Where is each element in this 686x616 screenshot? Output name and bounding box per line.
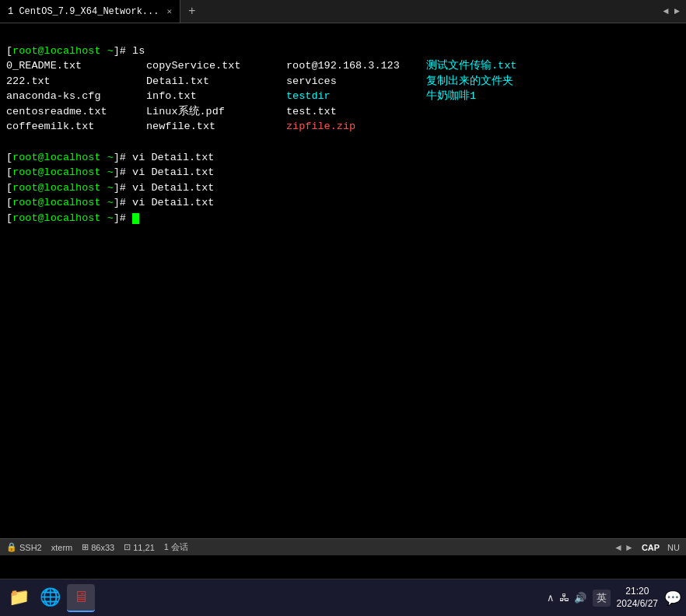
ls-item: copyService.txt bbox=[146, 58, 286, 74]
clock: 21:20 2024/6/27 bbox=[617, 586, 658, 610]
ls-item: services bbox=[286, 74, 426, 89]
taskbar-right: ∧ 🖧 🔊 英 21:20 2024/6/27 💬 bbox=[547, 586, 681, 610]
ls-item: 复制出来的文件夹 bbox=[426, 74, 597, 89]
ssh-label: SSH2 bbox=[19, 543, 42, 552]
position-value: 11,21 bbox=[133, 543, 155, 552]
ls-item: anaconda-ks.cfg bbox=[6, 89, 146, 104]
nav-left-icon[interactable]: ◄ bbox=[614, 542, 623, 553]
position-icon: ⊡ bbox=[124, 542, 131, 552]
clock-time: 21:20 bbox=[617, 586, 658, 598]
app-label: xterm bbox=[51, 543, 73, 552]
ls-item: zipfile.zip bbox=[286, 119, 426, 135]
session-count: 1 会话 bbox=[164, 541, 188, 553]
network-icon[interactable]: 🖧 bbox=[559, 592, 569, 604]
ls-item: 测试文件传输.txt bbox=[426, 58, 597, 74]
file-explorer-icon[interactable]: 📁 bbox=[5, 584, 33, 612]
ls-item bbox=[426, 104, 597, 120]
ls-item: root@192.168.3.123 bbox=[286, 58, 426, 74]
ls-item: Detail.txt bbox=[146, 74, 286, 89]
status-bar-right: ◄ ► CAP NU bbox=[614, 542, 680, 553]
ls-item: test.txt bbox=[286, 104, 426, 120]
ls-item: testdir bbox=[286, 89, 426, 104]
clock-date: 2024/6/27 bbox=[617, 598, 658, 611]
language-indicator[interactable]: 英 bbox=[593, 590, 611, 607]
nav-arrows[interactable]: ◄ ► bbox=[663, 6, 680, 17]
dimensions-value: 86x33 bbox=[91, 543, 114, 552]
terminal-dimensions: ⊞ 86x33 bbox=[82, 542, 114, 552]
system-tray: ∧ 🖧 🔊 bbox=[547, 592, 586, 604]
dimensions-icon: ⊞ bbox=[82, 542, 89, 552]
xterm-label: xterm bbox=[51, 543, 73, 552]
ls-item: 0_README.txt bbox=[6, 58, 146, 74]
notification-icon[interactable]: 💬 bbox=[664, 590, 681, 607]
ls-output: 0_README.txt copyService.txt root@192.16… bbox=[6, 58, 680, 135]
status-nav[interactable]: ◄ ► bbox=[614, 542, 634, 553]
window-nav: ◄ ► bbox=[663, 6, 680, 17]
edge-browser-icon[interactable]: 🌐 bbox=[36, 584, 64, 612]
ls-item: Linux系统.pdf bbox=[146, 104, 286, 120]
terminal-cursor bbox=[132, 213, 139, 224]
cursor-position: ⊡ 11,21 bbox=[124, 542, 155, 552]
ls-item bbox=[426, 119, 597, 135]
ls-item: info.txt bbox=[146, 89, 286, 104]
sessions-value: 1 会话 bbox=[164, 541, 188, 553]
add-tab-button[interactable]: + bbox=[180, 0, 204, 23]
terminal-tab[interactable]: 1 CentOS_7.9_X64_Network... ✕ bbox=[0, 0, 180, 23]
ssh-indicator: 🔒 SSH2 bbox=[6, 542, 42, 552]
tray-chevron[interactable]: ∧ bbox=[547, 592, 555, 604]
title-bar: 1 CentOS_7.9_X64_Network... ✕ + ◄ ► bbox=[0, 0, 686, 23]
ls-item: newfile.txt bbox=[146, 119, 286, 135]
ls-item: centosreadme.txt bbox=[6, 104, 146, 120]
ls-item: 牛奶咖啡1 bbox=[426, 89, 597, 104]
volume-icon[interactable]: 🔊 bbox=[574, 592, 586, 604]
nav-right-icon[interactable]: ► bbox=[625, 542, 634, 553]
cap-indicator: CAP bbox=[642, 543, 660, 552]
lock-icon: 🔒 bbox=[6, 542, 17, 552]
terminal-area[interactable]: [root@localhost ~]# ls 0_README.txt copy… bbox=[0, 23, 686, 538]
xshell-taskbar-icon[interactable]: 🖥 bbox=[67, 584, 95, 612]
taskbar: 📁 🌐 🖥 ∧ 🖧 🔊 英 21:20 2024/6/27 💬 bbox=[0, 579, 686, 616]
tab-close-button[interactable]: ✕ bbox=[166, 6, 172, 16]
nu-indicator: NU bbox=[667, 543, 680, 552]
ls-item: 222.txt bbox=[6, 74, 146, 89]
ls-item: coffeemilk.txt bbox=[6, 119, 146, 135]
tab-label: 1 CentOS_7.9_X64_Network... bbox=[8, 6, 159, 17]
status-bar: 🔒 SSH2 xterm ⊞ 86x33 ⊡ 11,21 1 会话 ◄ ► CA… bbox=[0, 538, 686, 555]
